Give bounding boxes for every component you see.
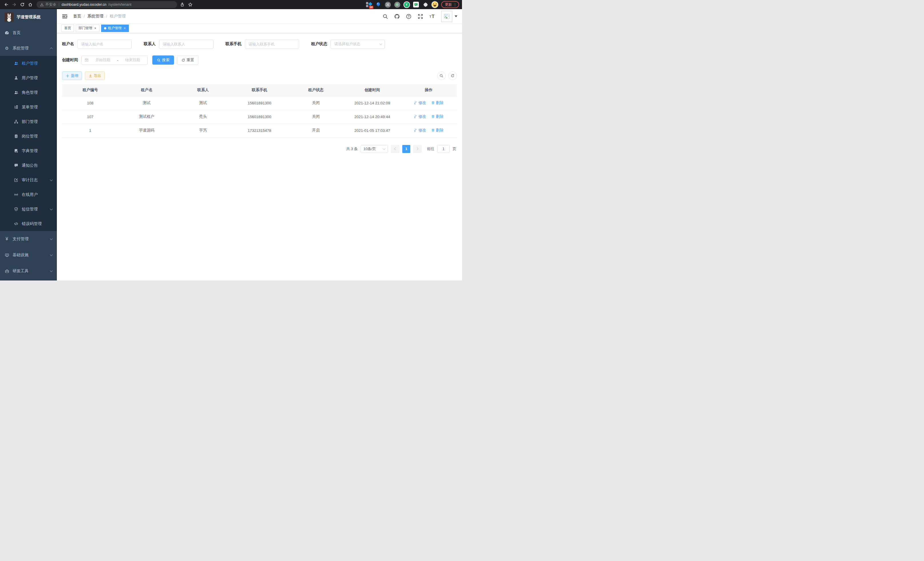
user-avatar-menu[interactable]	[441, 11, 458, 22]
chevron-down-icon	[50, 253, 53, 256]
edit-link[interactable]: 修改	[414, 100, 426, 105]
tag-home[interactable]: 首页	[62, 25, 74, 32]
edit-link[interactable]: 修改	[414, 128, 426, 133]
delete-link[interactable]: 删除	[431, 128, 443, 133]
sidebar-item-infra[interactable]: 基础设施	[0, 247, 57, 263]
add-button[interactable]: 新增	[62, 71, 82, 80]
sidebar-item-user[interactable]: 用户管理	[0, 71, 57, 85]
browser-share-button[interactable]	[178, 1, 186, 9]
browser-update-button[interactable]: 更新 ⋮	[441, 1, 459, 8]
sidebar-item-online-user[interactable]: 在线用户	[0, 187, 57, 202]
screen: 不安全 dashboard.yudao.iocoder.cn/system/te…	[0, 0, 462, 281]
sidebar-item-label: 岗位管理	[22, 134, 52, 139]
date-range-picker[interactable]: 开始日期 - 结束日期	[81, 56, 148, 65]
extension-command-icon[interactable]: ⌘	[384, 1, 391, 8]
current-page-button[interactable]: 1	[402, 145, 410, 153]
github-icon	[394, 14, 400, 19]
search-button[interactable]: 搜索	[152, 56, 174, 65]
header-search-button[interactable]	[382, 14, 388, 19]
extensions-puzzle-icon[interactable]	[422, 1, 429, 8]
fold-icon	[62, 14, 68, 19]
extension-chat-icon[interactable]	[412, 1, 419, 8]
browser-menu-icon[interactable]: ⋮	[453, 3, 457, 7]
sidebar-item-label: 研发工具	[13, 268, 50, 274]
sidebar-item-menu[interactable]: 菜单管理	[0, 100, 57, 114]
edit-pencil-icon	[414, 115, 417, 118]
browser-bookmark-button[interactable]	[186, 1, 194, 9]
browser-reload-button[interactable]	[18, 1, 26, 9]
browser-forward-button[interactable]	[10, 1, 18, 9]
sidebar-item-dept[interactable]: 部门管理	[0, 114, 57, 129]
caret-down-icon	[454, 15, 458, 17]
sidebar-item-label: 错误码管理	[22, 221, 52, 226]
delete-link[interactable]: 删除	[431, 114, 443, 119]
sidebar-item-system[interactable]: ⚙ 系统管理	[0, 41, 57, 56]
sidebar-item-label: 支付管理	[13, 236, 50, 242]
sidebar-item-error-code[interactable]: 错误码管理	[0, 217, 57, 231]
profile-avatar[interactable]	[431, 1, 438, 8]
breadcrumb-current: 租户管理	[110, 14, 126, 19]
extension-yuque-icon[interactable]: Y	[403, 1, 410, 8]
sidebar-fold-button[interactable]	[62, 14, 68, 19]
sidebar-item-post[interactable]: 岗位管理	[0, 129, 57, 144]
sidebar-item-notice[interactable]: 通知公告	[0, 158, 57, 173]
next-page-button[interactable]	[413, 145, 422, 153]
show-search-toggle-button[interactable]	[437, 71, 446, 80]
refresh-table-button[interactable]	[448, 71, 457, 80]
help-button[interactable]	[406, 14, 411, 19]
breadcrumb-home[interactable]: 首页	[73, 14, 81, 19]
browser-home-button[interactable]	[26, 1, 34, 9]
cell-tenant-id: 107	[62, 110, 118, 123]
mobile-input[interactable]	[245, 39, 299, 49]
filter-status: 租户状态 请选择租户状态	[311, 39, 385, 49]
browser-back-button[interactable]	[2, 1, 10, 9]
contact-input[interactable]	[159, 39, 213, 49]
sidebar-item-sms[interactable]: 短信管理	[0, 202, 57, 217]
tag-close-icon[interactable]: ×	[94, 27, 97, 30]
font-size-button[interactable]: TT	[429, 14, 435, 19]
edit-link[interactable]: 修改	[414, 114, 426, 119]
tag-dept[interactable]: 部门管理 ×	[76, 25, 99, 32]
extension-recorder-icon[interactable]	[394, 1, 400, 8]
table-row: 107 测试租户 秃头 15601691300 关闭 2021-12-14 20…	[62, 110, 457, 123]
sidebar-item-audit-log[interactable]: 审计日志	[0, 173, 57, 187]
tag-close-icon[interactable]: ×	[123, 27, 126, 30]
status-select[interactable]: 请选择租户状态	[331, 39, 385, 49]
extension-pinned-icon[interactable]: 10	[365, 1, 372, 8]
github-button[interactable]	[394, 14, 400, 19]
main-area: 首页 / 系统管理 / 租户管理	[57, 9, 462, 281]
sidebar-item-dict[interactable]: 字典管理	[0, 144, 57, 158]
sidebar-logo[interactable]: 芋道管理系统	[0, 9, 57, 25]
chevron-up-icon	[50, 47, 53, 50]
page-size-value: 10条/页	[363, 146, 376, 152]
dashboard-icon	[4, 31, 9, 35]
sidebar-item-home[interactable]: 首页	[0, 25, 57, 41]
post-icon	[14, 134, 18, 139]
sidebar-item-pay[interactable]: ¥ 支付管理	[0, 231, 57, 247]
table-row: 1 芋道源码 芋艿 17321315478 开启 2021-01-05 17:0…	[62, 123, 457, 137]
extension-balloon-icon[interactable]	[375, 1, 382, 8]
address-bar[interactable]: 不安全 dashboard.yudao.iocoder.cn/system/te…	[37, 1, 177, 8]
edit-pencil-icon	[414, 101, 417, 105]
tag-tenant-active[interactable]: 租户管理 ×	[101, 25, 129, 32]
export-button-label: 导出	[94, 73, 101, 78]
breadcrumb-system[interactable]: 系统管理	[87, 14, 104, 19]
sidebar-item-tenant[interactable]: 租户管理	[0, 56, 57, 71]
delete-link[interactable]: 删除	[431, 100, 443, 105]
refresh-icon	[451, 74, 454, 78]
tenant-name-input[interactable]	[77, 39, 132, 49]
page-size-select[interactable]: 10条/页	[361, 145, 388, 153]
sidebar-item-devtools[interactable]: 研发工具	[0, 263, 57, 279]
prev-page-button[interactable]	[391, 145, 399, 153]
fullscreen-button[interactable]	[418, 14, 423, 19]
col-mobile: 联系手机	[231, 84, 287, 96]
page-unit-label: 页	[453, 146, 456, 152]
breadcrumb-separator: /	[106, 14, 107, 19]
reset-button[interactable]: 重置	[177, 56, 199, 65]
chevron-down-icon	[383, 147, 386, 150]
mobile-label: 联系手机	[225, 41, 242, 47]
search-icon	[382, 14, 388, 19]
export-button[interactable]: 导出	[85, 71, 105, 80]
sidebar-item-role[interactable]: 角色管理	[0, 85, 57, 100]
goto-page-input[interactable]	[437, 145, 450, 153]
